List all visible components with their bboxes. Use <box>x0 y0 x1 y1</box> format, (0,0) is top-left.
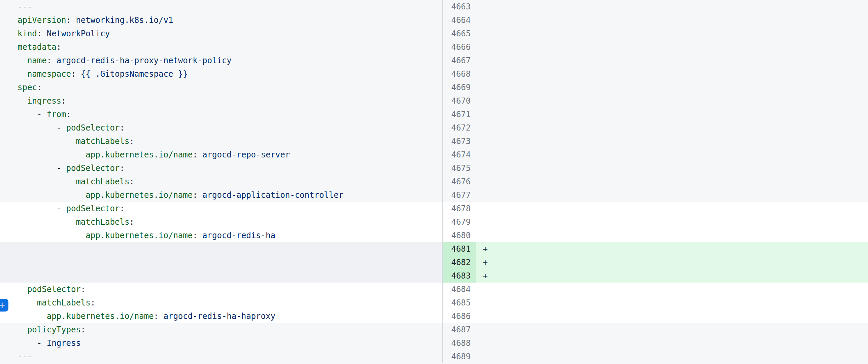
line-number[interactable]: 4672 <box>443 121 476 135</box>
line-number[interactable]: 4673 <box>443 135 476 148</box>
line-number[interactable]: 4689 <box>443 350 476 363</box>
line-number[interactable]: 4682 <box>443 256 476 269</box>
diff-row: - from: 4671 - from: <box>0 108 868 121</box>
new-code-cell: - Ingress <box>476 336 868 350</box>
old-code-cell: - podSelector: <box>0 202 443 215</box>
old-code-cell <box>0 242 443 256</box>
new-code-cell: matchLabels: <box>476 296 868 309</box>
diff-row: matchLabels: 4673 matchLabels: <box>0 135 868 148</box>
diff-row: app.kubernetes.io/name: argocd-redis-ha … <box>0 229 868 242</box>
diff-row: metadata: 4666 metadata: <box>0 40 868 54</box>
addition-marker: + <box>483 269 488 283</box>
line-number[interactable]: 4679 <box>443 215 476 229</box>
old-code-cell: - Ingress <box>0 336 443 350</box>
line-number[interactable]: 4669 <box>443 81 476 94</box>
diff-row: --- 4689 --- <box>0 350 868 363</box>
new-code-cell: + matchLabels: <box>476 256 868 269</box>
diff-row: podSelector: 4684 podSelector: <box>0 283 868 296</box>
diff-row: name: argocd-redis-ha-proxy-network-poli… <box>0 54 868 67</box>
diff-row: app.kubernetes.io/name: argocd-redis-ha-… <box>0 309 868 323</box>
new-code-cell: apiVersion: networking.k8s.io/v1 <box>476 13 868 27</box>
line-number[interactable]: 4675 <box>443 162 476 175</box>
line-number[interactable]: 4683 <box>443 269 476 283</box>
new-code-cell: matchLabels: <box>476 175 868 188</box>
new-code-cell: - from: <box>476 108 868 121</box>
addition-marker: + <box>483 256 488 269</box>
diff-row: policyTypes: 4687 policyTypes: <box>0 323 868 336</box>
old-code-cell: app.kubernetes.io/name: argocd-applicati… <box>0 188 443 202</box>
new-code-cell: namespace: {{ .GitopsNamespace }} <box>476 67 868 81</box>
line-number[interactable]: 4671 <box>443 108 476 121</box>
old-code-cell: - from: <box>0 108 443 121</box>
diff-row: spec: 4669 spec: <box>0 81 868 94</box>
old-code-cell: app.kubernetes.io/name: argocd-repo-serv… <box>0 148 443 162</box>
line-number[interactable]: 4664 <box>443 13 476 27</box>
line-number[interactable]: 4681 <box>443 242 476 256</box>
new-code-cell: matchLabels: <box>476 215 868 229</box>
diff-row: - podSelector: 4675 - podSelector: <box>0 162 868 175</box>
diff-row: kind: NetworkPolicy 4665 kind: NetworkPo… <box>0 27 868 40</box>
line-number[interactable]: 4686 <box>443 309 476 323</box>
new-code-cell: --- <box>476 350 868 363</box>
line-number[interactable]: 4677 <box>443 188 476 202</box>
new-code-cell: kind: NetworkPolicy <box>476 27 868 40</box>
diff-row: namespace: {{ .GitopsNamespace }} 4668 n… <box>0 67 868 81</box>
diff-row: 4682 + matchLabels: <box>0 256 868 269</box>
line-number[interactable]: 4665 <box>443 27 476 40</box>
new-code-cell: - podSelector: <box>476 202 868 215</box>
diff-row: - podSelector: 4678 - podSelector: <box>0 202 868 215</box>
old-code-cell: namespace: {{ .GitopsNamespace }} <box>0 67 443 81</box>
diff-row: - Ingress 4688 - Ingress <box>0 336 868 350</box>
new-code-cell: - podSelector: <box>476 121 868 135</box>
old-code-cell: --- <box>0 350 443 363</box>
new-code-cell: name: argocd-redis-ha-proxy-network-poli… <box>476 54 868 67</box>
old-code-cell: kind: NetworkPolicy <box>0 27 443 40</box>
new-code-cell: ingress: <box>476 94 868 108</box>
old-code-cell: - podSelector: <box>0 162 443 175</box>
line-number[interactable]: 4684 <box>443 283 476 296</box>
new-code-cell: app.kubernetes.io/name: argocd-applicati… <box>476 188 868 202</box>
diff-row: 4683 + app.kubernetes.io/name: gitops-ag… <box>0 269 868 283</box>
old-code-cell: spec: <box>0 81 443 94</box>
line-number[interactable]: 4666 <box>443 40 476 54</box>
old-code-cell: ingress: <box>0 94 443 108</box>
new-code-cell: + - podSelector: <box>476 242 868 256</box>
diff-row: 4681 + - podSelector: <box>0 242 868 256</box>
diff-row: - podSelector: 4672 - podSelector: <box>0 121 868 135</box>
old-code-cell: metadata: <box>0 40 443 54</box>
old-code-cell: podSelector: <box>0 283 443 296</box>
line-number[interactable]: 4676 <box>443 175 476 188</box>
line-number[interactable]: 4668 <box>443 67 476 81</box>
line-number[interactable]: 4674 <box>443 148 476 162</box>
line-number[interactable]: 4667 <box>443 54 476 67</box>
plus-icon: + <box>0 300 5 310</box>
diff-row: matchLabels: 4676 matchLabels: <box>0 175 868 188</box>
line-number[interactable]: 4685 <box>443 296 476 309</box>
add-comment-button[interactable]: + <box>0 299 8 311</box>
new-code-cell: app.kubernetes.io/name: argocd-repo-serv… <box>476 148 868 162</box>
addition-marker: + <box>483 242 488 256</box>
old-code-cell: - podSelector: <box>0 121 443 135</box>
diff-row: ingress: 4670 ingress: <box>0 94 868 108</box>
old-code-cell: matchLabels: <box>0 135 443 148</box>
line-number[interactable]: 4678 <box>443 202 476 215</box>
old-code-cell: app.kubernetes.io/name: argocd-redis-ha <box>0 229 443 242</box>
new-code-cell: spec: <box>476 81 868 94</box>
line-number[interactable]: 4663 <box>443 0 476 13</box>
new-code-cell: --- <box>476 0 868 13</box>
old-code-cell: matchLabels: <box>0 215 443 229</box>
old-code-cell: apiVersion: networking.k8s.io/v1 <box>0 13 443 27</box>
old-code-cell <box>0 256 443 269</box>
diff-row: app.kubernetes.io/name: argocd-repo-serv… <box>0 148 868 162</box>
diff-row: matchLabels: 4679 matchLabels: <box>0 215 868 229</box>
new-code-cell: - podSelector: <box>476 162 868 175</box>
line-number[interactable]: 4680 <box>443 229 476 242</box>
line-number[interactable]: 4670 <box>443 94 476 108</box>
line-number[interactable]: 4688 <box>443 336 476 350</box>
line-number[interactable]: 4687 <box>443 323 476 336</box>
old-code-cell: policyTypes: <box>0 323 443 336</box>
new-code-cell: policyTypes: <box>476 323 868 336</box>
new-code-cell: matchLabels: <box>476 135 868 148</box>
diff-row: matchLabels: 4685 matchLabels: <box>0 296 868 309</box>
diff-row: apiVersion: networking.k8s.io/v1 4664 ap… <box>0 13 868 27</box>
